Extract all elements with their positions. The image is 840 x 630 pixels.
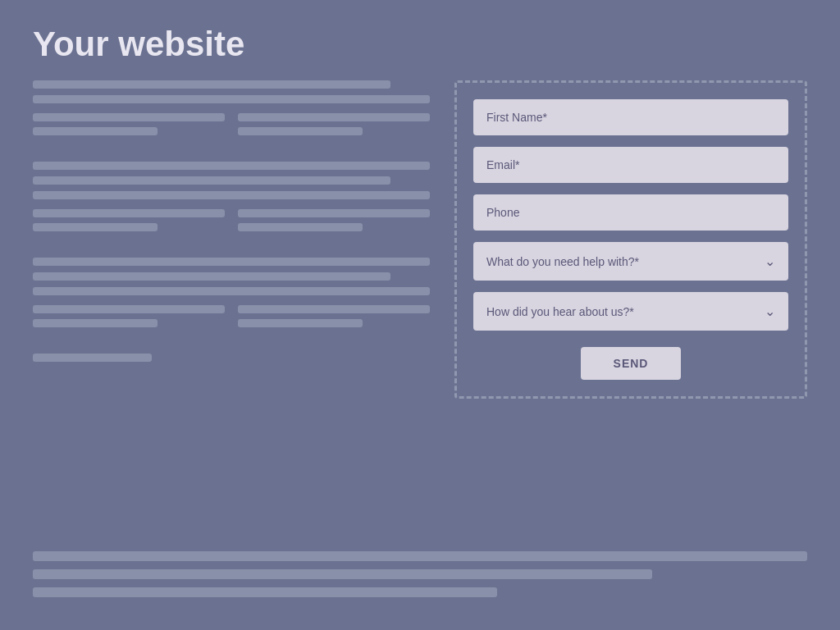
col-left xyxy=(33,305,225,327)
spacer xyxy=(33,145,430,155)
site-title: Your website xyxy=(33,25,807,64)
col-left xyxy=(33,209,225,231)
send-button[interactable]: SEND xyxy=(581,347,682,380)
hear-dropdown-label: How did you hear about us?* xyxy=(486,305,634,318)
placeholder-line xyxy=(238,127,363,135)
chevron-down-icon: ⌄ xyxy=(765,253,775,269)
placeholder-line xyxy=(33,113,225,121)
col-right xyxy=(238,209,430,231)
page-container: Your website xyxy=(0,0,840,630)
first-name-field[interactable]: First Name* xyxy=(473,99,788,135)
placeholder-line xyxy=(33,176,390,185)
placeholder-line xyxy=(33,354,152,362)
form-container: First Name* Email* Phone What do you nee… xyxy=(473,99,788,380)
footer-line xyxy=(33,587,497,597)
footer-line xyxy=(33,569,652,579)
placeholder-line xyxy=(33,258,430,266)
hear-dropdown[interactable]: How did you hear about us?* ⌄ xyxy=(473,292,788,331)
placeholder-line xyxy=(33,191,430,199)
placeholder-line xyxy=(33,319,158,327)
placeholder-line xyxy=(33,209,225,217)
send-button-container: SEND xyxy=(473,347,788,380)
spacer xyxy=(33,241,430,251)
chevron-down-icon: ⌄ xyxy=(765,304,775,319)
placeholder-line xyxy=(238,305,430,313)
placeholder-line xyxy=(33,305,225,313)
placeholder-line xyxy=(33,80,390,89)
right-column: First Name* Email* Phone What do you nee… xyxy=(454,80,807,399)
spacer xyxy=(33,337,430,347)
two-col-block xyxy=(33,305,430,327)
placeholder-line xyxy=(238,319,363,327)
footer-lines xyxy=(33,551,807,597)
main-content: First Name* Email* Phone What do you nee… xyxy=(33,80,807,399)
placeholder-line xyxy=(238,113,430,121)
help-dropdown[interactable]: What do you need help with?* ⌄ xyxy=(473,242,788,281)
help-dropdown-label: What do you need help with?* xyxy=(486,255,639,268)
left-column xyxy=(33,80,430,399)
footer-line xyxy=(33,551,807,561)
two-col-block xyxy=(33,209,430,231)
col-right xyxy=(238,305,430,327)
form-dashed-border: First Name* Email* Phone What do you nee… xyxy=(454,80,807,399)
placeholder-line xyxy=(33,95,430,103)
placeholder-line xyxy=(33,272,390,281)
phone-field[interactable]: Phone xyxy=(473,194,788,231)
placeholder-line xyxy=(33,287,430,295)
placeholder-line xyxy=(238,223,363,231)
col-right xyxy=(238,113,430,135)
placeholder-line xyxy=(33,223,158,231)
placeholder-line xyxy=(33,162,430,170)
placeholder-line xyxy=(238,209,430,217)
email-field[interactable]: Email* xyxy=(473,147,788,183)
col-left xyxy=(33,113,225,135)
placeholder-line xyxy=(33,127,158,135)
two-col-block xyxy=(33,113,430,135)
